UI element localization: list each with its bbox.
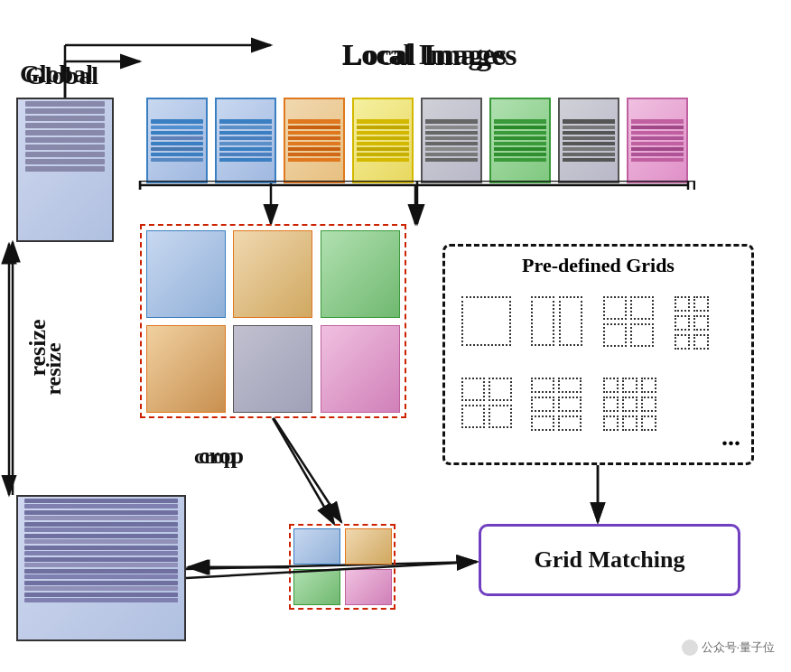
red-dashed-grid-bottom xyxy=(289,524,396,610)
local-thumb-3 xyxy=(284,98,345,183)
diagram-container: Global Local Images resize crop xyxy=(0,0,791,672)
local-thumb-5 xyxy=(421,98,482,183)
local-thumb-2 xyxy=(215,98,276,183)
svg-line-9 xyxy=(273,418,334,524)
svg-line-26 xyxy=(274,418,341,522)
bracket-svg xyxy=(140,181,695,230)
local-images-text-label: Local Images xyxy=(342,38,517,72)
local-thumb-6 xyxy=(489,98,551,183)
global-text-label: Global xyxy=(20,60,93,89)
grid-matching-label: Grid Matching xyxy=(535,546,685,574)
local-thumb-1 xyxy=(146,98,208,183)
local-thumb-8 xyxy=(627,98,688,183)
local-thumb-7 xyxy=(558,98,619,183)
resize-text: resize xyxy=(42,342,66,395)
predefined-grids-label: Pre-defined Grids xyxy=(522,254,675,277)
global-image xyxy=(16,98,114,242)
grid-matching-box: Grid Matching xyxy=(479,524,740,596)
local-thumb-4 xyxy=(352,98,414,183)
watermark: 公众号·量子位 xyxy=(682,639,775,656)
crop-text: crop xyxy=(194,444,236,469)
predefined-grids-box: Pre-defined Grids xyxy=(442,244,754,465)
red-dashed-grid-top xyxy=(140,224,406,418)
bottom-global-image xyxy=(16,495,186,641)
dots-label: ... xyxy=(721,423,740,452)
